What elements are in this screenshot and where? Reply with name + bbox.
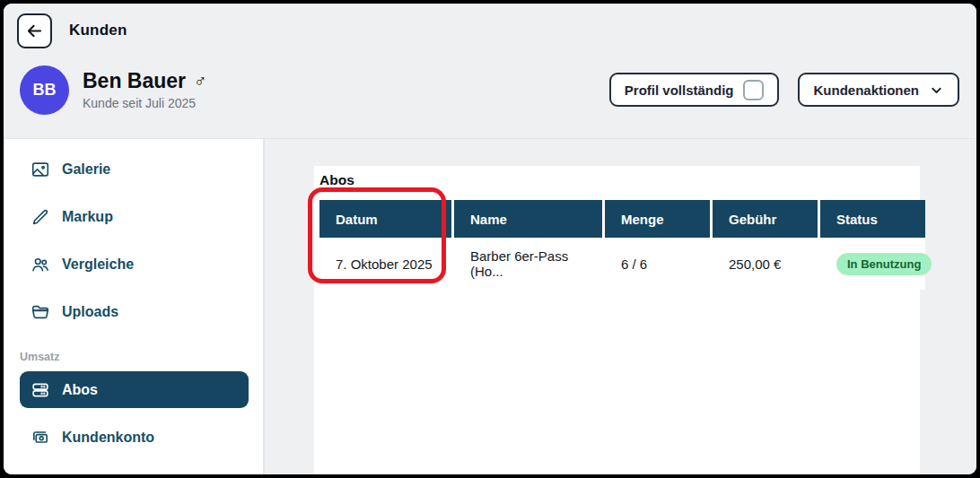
- profile-complete-checkbox[interactable]: [743, 80, 764, 100]
- cell-status: In Benutzung: [820, 238, 925, 290]
- abos-card: Abos Datum Name Menge Gebühr Status 7. O…: [314, 166, 920, 474]
- column-header-gebuehr: Gebühr: [713, 200, 818, 238]
- avatar-initials: BB: [33, 81, 57, 100]
- sidebar-item-label: Markup: [62, 209, 113, 225]
- column-header-datum: Datum: [319, 200, 451, 238]
- sidebar-item-galerie[interactable]: Galerie: [4, 145, 263, 193]
- main-content: Abos Datum Name Menge Gebühr Status 7. O…: [265, 139, 976, 474]
- status-badge: In Benutzung: [836, 253, 932, 275]
- column-header-status: Status: [820, 200, 925, 238]
- customer-actions-label: Kundenaktionen: [813, 83, 919, 98]
- sidebar: Galerie Markup: [4, 139, 265, 474]
- server-stack-icon: [31, 380, 50, 400]
- back-button[interactable]: [17, 13, 52, 48]
- cell-gebuehr: 250,00 €: [713, 238, 818, 290]
- cell-name: Barber 6er-Pass (Ho...: [454, 238, 602, 290]
- banknotes-icon: [31, 428, 50, 448]
- customer-since: Kunde seit Juli 2025: [83, 96, 206, 110]
- column-header-menge: Menge: [605, 200, 710, 238]
- folder-icon: [31, 302, 50, 322]
- table-header-row: Datum Name Menge Gebühr Status: [319, 200, 920, 238]
- sidebar-item-kundenkonto[interactable]: Kundenkonto: [4, 413, 263, 461]
- sidebar-item-abos[interactable]: Abos: [20, 371, 249, 408]
- pencil-icon: [31, 207, 50, 227]
- chevron-down-icon: [929, 83, 944, 98]
- column-header-name: Name: [454, 200, 602, 238]
- sidebar-item-label: Uploads: [62, 304, 118, 320]
- arrow-left-icon: [25, 22, 44, 40]
- profile-complete-button[interactable]: Profil vollständig: [609, 73, 780, 107]
- sidebar-item-label: Vergleiche: [62, 256, 134, 273]
- abos-table: Datum Name Menge Gebühr Status 7. Oktobe…: [319, 200, 920, 290]
- customer-actions-button[interactable]: Kundenaktionen: [798, 73, 959, 107]
- profile-complete-label: Profil vollständig: [625, 83, 734, 98]
- abos-heading: Abos: [319, 172, 920, 188]
- photo-icon: [31, 160, 50, 179]
- sidebar-item-uploads[interactable]: Uploads: [4, 288, 263, 335]
- sidebar-item-label: Kundenkonto: [62, 430, 154, 446]
- sidebar-item-label: Abos: [62, 382, 98, 398]
- page-title: Kunden: [69, 22, 127, 39]
- avatar: BB: [20, 65, 69, 115]
- customer-name: Ben Bauer: [83, 69, 186, 93]
- table-row[interactable]: 7. Oktober 2025 Barber 6er-Pass (Ho... 6…: [319, 238, 920, 290]
- cell-menge: 6 / 6: [605, 238, 710, 290]
- sidebar-item-label: Galerie: [62, 161, 110, 178]
- cell-datum: 7. Oktober 2025: [319, 238, 451, 290]
- app-window: Kunden BB Ben Bauer ♂ Kunde seit Juli 20…: [0, 0, 980, 478]
- sidebar-item-vergleiche[interactable]: Vergleiche: [4, 240, 263, 288]
- male-symbol-icon: ♂: [194, 71, 206, 91]
- topbar: Kunden BB Ben Bauer ♂ Kunde seit Juli 20…: [4, 4, 976, 139]
- sidebar-item-markup[interactable]: Markup: [4, 193, 263, 240]
- sidebar-section-umsatz: Umsatz: [20, 351, 263, 363]
- users-icon: [31, 255, 50, 274]
